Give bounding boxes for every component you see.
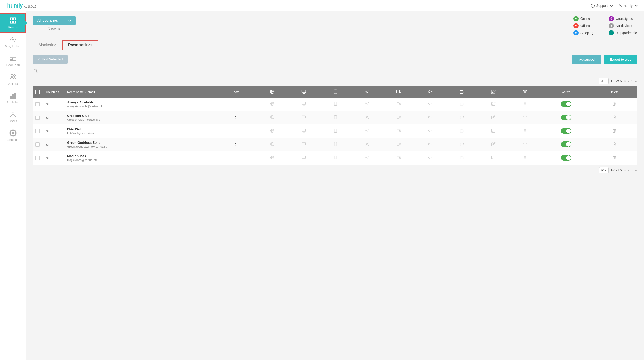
search-icon bbox=[33, 69, 38, 74]
country-dropdown[interactable]: All countries bbox=[33, 16, 76, 25]
topbar: humlyv1.16.0.15 Support humly bbox=[0, 0, 644, 11]
row-checkbox-cell bbox=[33, 125, 44, 138]
icon-cell bbox=[478, 151, 509, 165]
users-icon bbox=[10, 111, 16, 118]
row-delete-button[interactable] bbox=[612, 129, 616, 133]
next-page-button[interactable]: › bbox=[631, 79, 633, 84]
col-display bbox=[320, 87, 351, 98]
settings-icon bbox=[10, 129, 16, 137]
user-menu[interactable]: humly bbox=[618, 4, 638, 8]
svg-rect-8 bbox=[10, 56, 16, 61]
sidebar-item-statistics[interactable]: Statistics bbox=[0, 89, 26, 108]
row-seats: 0 bbox=[214, 98, 256, 111]
edit-selected-button[interactable]: ✓ Edit Selected bbox=[33, 55, 68, 64]
last-page-button[interactable]: » bbox=[634, 79, 637, 84]
support-icon bbox=[591, 4, 595, 8]
col-room-name: Room name & email bbox=[65, 87, 214, 98]
icon-cell bbox=[414, 111, 446, 125]
icon-cell bbox=[509, 125, 541, 138]
row-checkbox[interactable] bbox=[36, 102, 40, 106]
sidebar-arrow bbox=[25, 21, 28, 26]
toolbar: ✓ Edit Selected Advanced Export to .csv bbox=[33, 55, 637, 64]
icon-cell bbox=[256, 125, 288, 138]
first-page-button-bottom[interactable]: « bbox=[624, 168, 626, 173]
page-size-selector[interactable]: 20 bbox=[599, 78, 609, 84]
svg-rect-52 bbox=[397, 116, 400, 118]
row-active-toggle[interactable] bbox=[561, 115, 571, 120]
first-page-button[interactable]: « bbox=[624, 79, 626, 84]
upgradeable-badge: ↑ bbox=[608, 30, 614, 36]
prev-page-button[interactable]: ‹ bbox=[628, 79, 629, 84]
col-monitor bbox=[288, 87, 320, 98]
icon-cell bbox=[383, 98, 414, 111]
icon-cell bbox=[351, 111, 383, 125]
last-page-button-bottom[interactable]: » bbox=[634, 168, 637, 173]
row-delete-button[interactable] bbox=[612, 103, 616, 107]
advanced-button[interactable]: Advanced bbox=[572, 55, 601, 64]
svg-rect-93 bbox=[460, 157, 463, 159]
col-edit bbox=[478, 87, 509, 98]
page-size-chevron-bottom bbox=[604, 169, 607, 172]
online-badge: 0 bbox=[574, 16, 578, 21]
row-delete-button[interactable] bbox=[612, 116, 616, 120]
svg-marker-53 bbox=[428, 116, 430, 118]
icon-cell bbox=[256, 151, 288, 165]
tab-room-settings[interactable]: Room settings bbox=[62, 40, 98, 50]
tab-monitoring[interactable]: Monitoring bbox=[33, 41, 62, 50]
svg-point-51 bbox=[366, 117, 368, 118]
row-active-toggle[interactable] bbox=[561, 155, 571, 161]
no-devices-badge: 5 bbox=[608, 23, 614, 28]
icon-cell bbox=[288, 111, 320, 125]
toolbar-right: Advanced Export to .csv bbox=[572, 55, 637, 64]
row-delete-button[interactable] bbox=[612, 156, 616, 160]
export-button[interactable]: Export to .csv bbox=[604, 55, 637, 64]
sidebar-item-users[interactable]: Users bbox=[0, 108, 26, 126]
page-size-selector-bottom[interactable]: 20 bbox=[599, 167, 609, 173]
sidebar-item-settings[interactable]: Settings bbox=[0, 126, 26, 145]
svg-rect-28 bbox=[460, 91, 463, 94]
next-page-button-bottom[interactable]: › bbox=[631, 168, 633, 173]
sidebar-item-wayfinding[interactable]: Wayfinding bbox=[0, 33, 26, 52]
row-country: SE bbox=[44, 111, 65, 125]
user-chevron-icon bbox=[634, 4, 638, 8]
row-delete-button[interactable] bbox=[612, 143, 616, 147]
row-active-toggle[interactable] bbox=[561, 101, 571, 107]
svg-rect-85 bbox=[302, 156, 306, 159]
row-active-toggle[interactable] bbox=[561, 128, 571, 134]
row-checkbox[interactable] bbox=[36, 142, 40, 147]
country-dropdown-label: All countries bbox=[37, 19, 58, 23]
row-checkbox[interactable] bbox=[36, 156, 40, 160]
page-range-bottom: 1-5 of 5 bbox=[610, 168, 622, 172]
icon-cell bbox=[414, 138, 446, 151]
row-checkbox[interactable] bbox=[36, 129, 40, 133]
svg-rect-49 bbox=[334, 115, 337, 119]
icon-cell bbox=[351, 125, 383, 138]
icon-cell bbox=[509, 138, 541, 151]
row-seats: 0 bbox=[214, 151, 256, 165]
svg-rect-3 bbox=[14, 18, 16, 20]
svg-rect-39 bbox=[397, 102, 400, 105]
sidebar-item-visitors[interactable]: Visitors bbox=[0, 70, 26, 89]
row-room-info: Always AvailableAlwaysAvailable@certus.i… bbox=[65, 98, 214, 111]
row-active-toggle[interactable] bbox=[561, 142, 571, 147]
sidebar-item-rooms[interactable]: Rooms bbox=[0, 13, 26, 33]
row-country: SE bbox=[44, 138, 65, 151]
icon-cell bbox=[446, 138, 478, 151]
page-size-chevron bbox=[604, 80, 607, 82]
select-all-checkbox[interactable] bbox=[36, 90, 40, 94]
icon-cell bbox=[414, 125, 446, 138]
row-delete-cell bbox=[591, 111, 637, 125]
svg-rect-91 bbox=[397, 156, 400, 159]
col-light bbox=[351, 87, 383, 98]
icon-cell bbox=[351, 98, 383, 111]
unassigned-badge: 0 bbox=[608, 16, 614, 21]
row-checkbox[interactable] bbox=[36, 116, 40, 120]
support-button[interactable]: Support bbox=[591, 4, 614, 8]
prev-page-button-bottom[interactable]: ‹ bbox=[628, 168, 629, 173]
status-online: 0 Online bbox=[574, 16, 602, 21]
svg-rect-13 bbox=[14, 93, 16, 98]
row-checkbox-cell bbox=[33, 138, 44, 151]
icon-cell bbox=[383, 151, 414, 165]
sidebar-item-floorplan[interactable]: Floor Plan bbox=[0, 52, 26, 70]
col-active: Active bbox=[541, 87, 591, 98]
